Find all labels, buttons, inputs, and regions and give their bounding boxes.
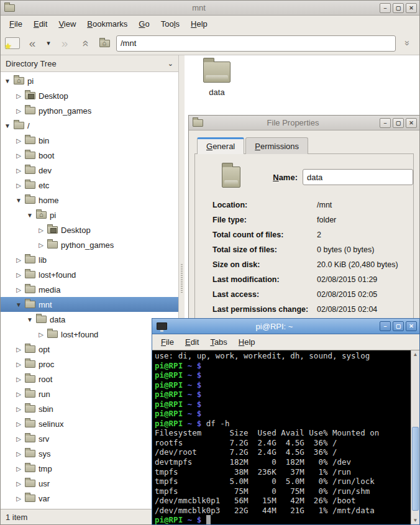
expander-open-icon[interactable]: ▼ [25, 316, 34, 323]
expander-closed-icon[interactable]: ▷ [14, 286, 23, 293]
menu-tabs[interactable]: Tabs [205, 336, 232, 349]
minimize-button[interactable]: – [380, 321, 391, 331]
tree-item-boot[interactable]: ▷boot [1, 148, 178, 163]
tab-general[interactable]: General [197, 137, 244, 154]
menu-file[interactable]: File [4, 17, 27, 30]
fm-titlebar[interactable]: mnt – ▢ ✕ [1, 1, 419, 16]
back-button[interactable]: « [24, 35, 40, 52]
expander-closed-icon[interactable]: ▷ [14, 361, 23, 368]
terminal-text: pi@RPI [155, 390, 183, 399]
expander-closed-icon[interactable]: ▷ [37, 227, 45, 234]
expander-open-icon[interactable]: ▼ [25, 212, 34, 219]
tree-item-lost-found[interactable]: ▷lost+found [1, 267, 178, 282]
close-button[interactable]: ✕ [406, 3, 417, 13]
folder-icon [25, 256, 35, 263]
expander-closed-icon[interactable]: ▷ [14, 450, 23, 457]
maximize-button[interactable]: ▢ [393, 3, 404, 13]
expander-closed-icon[interactable]: ▷ [14, 167, 23, 174]
tree-item-label: Desktop [61, 226, 91, 235]
expander-closed-icon[interactable]: ▷ [14, 391, 23, 398]
expander-closed-icon[interactable]: ▷ [14, 93, 23, 99]
expander-closed-icon[interactable]: ▷ [14, 436, 23, 442]
tree-item-home[interactable]: ▼home [1, 193, 178, 208]
address-bar-input[interactable] [116, 35, 396, 52]
menu-edit[interactable]: Edit [29, 17, 52, 30]
tree-item-bin[interactable]: ▷bin [1, 133, 178, 148]
expander-closed-icon[interactable]: ▷ [14, 107, 23, 114]
tree-item-dev[interactable]: ▷dev [1, 163, 178, 178]
tree-item--[interactable]: ▼/ [1, 118, 178, 133]
up-button[interactable]: » [76, 35, 93, 52]
terminal-scrollbar[interactable]: ▲ ▼ [411, 350, 419, 524]
expander-open-icon[interactable]: ▼ [14, 301, 23, 308]
expander-closed-icon[interactable]: ▷ [14, 495, 23, 502]
menu-view[interactable]: View [53, 17, 81, 30]
tree-item-lib[interactable]: ▷lib [1, 252, 178, 267]
name-input[interactable] [303, 169, 413, 185]
menu-help[interactable]: Help [234, 336, 260, 349]
expander-closed-icon[interactable]: ▷ [14, 137, 23, 144]
tree-item-pi[interactable]: ▼pi [1, 73, 178, 88]
expander-closed-icon[interactable]: ▷ [37, 331, 45, 338]
jump-to-icon[interactable]: » [399, 35, 416, 52]
folder-icon [4, 4, 15, 12]
tree-item-python-games[interactable]: ▷python_games [1, 237, 178, 252]
tab-permissions[interactable]: Permissions [245, 137, 308, 154]
forward-button[interactable]: » [57, 35, 73, 52]
scrollbar-thumb[interactable] [412, 427, 419, 510]
close-button[interactable]: ✕ [406, 118, 417, 128]
home-button[interactable] [96, 35, 112, 52]
menu-tools[interactable]: Tools [156, 17, 185, 30]
expander-open-icon[interactable]: ▼ [3, 78, 12, 84]
expander-closed-icon[interactable]: ▷ [37, 242, 45, 249]
tree-item-desktop[interactable]: ▷Desktop [1, 88, 178, 103]
expander-closed-icon[interactable]: ▷ [14, 480, 23, 487]
menu-go[interactable]: Go [134, 17, 154, 30]
expander-open-icon[interactable]: ▼ [3, 122, 12, 129]
terminal-icon [157, 322, 167, 330]
maximize-button[interactable]: ▢ [393, 321, 404, 331]
minimize-button[interactable]: – [380, 118, 391, 128]
expander-closed-icon[interactable]: ▷ [14, 465, 23, 472]
tree-item-etc[interactable]: ▷etc [1, 178, 178, 193]
folder-icon [25, 345, 35, 353]
sidebar-mode-selector[interactable]: Directory Tree ⌄ [1, 55, 178, 72]
terminal-text: ~ $ [183, 380, 201, 390]
menu-edit[interactable]: Edit [180, 336, 204, 349]
menu-file[interactable]: File [156, 336, 179, 349]
tree-item-media[interactable]: ▷media [1, 282, 178, 297]
tree-item-label: media [39, 285, 60, 294]
expander-closed-icon[interactable]: ▷ [14, 182, 23, 189]
minimize-button[interactable]: – [380, 3, 391, 13]
tree-item-pi[interactable]: ▼pi [1, 208, 178, 222]
terminal-title: pi@RPI: ~ [169, 322, 380, 331]
folder-icon [203, 62, 231, 83]
menu-help[interactable]: Help [186, 17, 212, 30]
expander-closed-icon[interactable]: ▷ [14, 152, 23, 159]
expander-closed-icon[interactable]: ▷ [14, 376, 23, 383]
expander-closed-icon[interactable]: ▷ [14, 272, 23, 278]
expander-closed-icon[interactable]: ▷ [14, 346, 23, 353]
tree-item-python-games[interactable]: ▷python_games [1, 103, 178, 118]
scroll-up-icon[interactable]: ▲ [411, 350, 419, 358]
expander-closed-icon[interactable]: ▷ [14, 406, 23, 413]
tree-item-label: bin [39, 136, 49, 145]
maximize-button[interactable]: ▢ [393, 118, 404, 128]
tree-item-mnt[interactable]: ▼mnt [1, 297, 178, 312]
expander-open-icon[interactable]: ▼ [14, 197, 23, 204]
close-button[interactable]: ✕ [406, 321, 417, 331]
terminal-screen[interactable]: use: di, up, work, workedit, dh, sound, … [152, 350, 411, 524]
tree-item-desktop[interactable]: ▷Desktop [1, 222, 178, 237]
terminal-titlebar[interactable]: pi@RPI: ~ – ▢ ✕ [152, 319, 419, 334]
menu-bookmarks[interactable]: Bookmarks [82, 17, 132, 30]
folder-icon [14, 122, 24, 129]
dialog-titlebar[interactable]: File Properties – ▢ ✕ [189, 116, 419, 130]
expander-closed-icon[interactable]: ▷ [14, 257, 23, 263]
scroll-down-icon[interactable]: ▼ [411, 516, 419, 524]
history-dropdown-icon[interactable]: ▾ [44, 35, 53, 52]
tree-item-label: root [39, 375, 52, 384]
file-item-data[interactable]: data [192, 62, 242, 97]
new-tab-button[interactable]: ★ [4, 35, 21, 52]
expander-closed-icon[interactable]: ▷ [14, 421, 23, 427]
home-icon [36, 211, 47, 219]
